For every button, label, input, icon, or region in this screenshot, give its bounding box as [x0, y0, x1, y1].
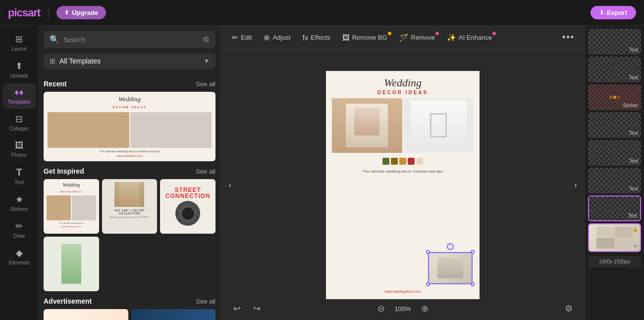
layer-text-3[interactable]: Text: [588, 112, 641, 138]
canvas-nav-right[interactable]: ›: [569, 175, 583, 195]
logo: picsart: [8, 6, 40, 19]
edit-icon: ✏: [232, 33, 238, 42]
redo-button[interactable]: ↪: [249, 301, 265, 317]
advertisement-see-all[interactable]: See all: [196, 298, 215, 305]
search-box[interactable]: 🔍 ⚙: [44, 31, 215, 48]
recent-title: Recent: [44, 80, 67, 88]
recent-grid: WeddingDECOR IDEAS The ultimate wedding …: [44, 92, 215, 161]
adjust-icon: ⊕: [264, 33, 270, 42]
layer-label-active: Text: [628, 213, 637, 218]
list-item[interactable]: STREETCONNECTION: [160, 179, 215, 234]
layer-label-5: Text: [629, 186, 638, 192]
handle-br[interactable]: [471, 282, 475, 286]
advertisement-section-header: Advertisement See all: [44, 297, 215, 305]
photos-label: Photos: [11, 152, 27, 158]
filter-icon[interactable]: ⚙: [203, 35, 210, 44]
rotate-handle[interactable]: ↻: [447, 243, 454, 250]
list-item[interactable]: JOY LEE × VELVET COLLECTION Available ex…: [102, 179, 158, 234]
list-item[interactable]: SKI TRAVEL COURCHEVEL: [131, 309, 216, 320]
layer-text-5[interactable]: Text: [588, 168, 641, 193]
edit-label: Edit: [241, 34, 252, 41]
search-container: 🔍 ⚙: [39, 26, 220, 53]
more-options-button[interactable]: •••: [558, 30, 579, 45]
sidebar-item-templates[interactable]: ♦♦ Templates: [2, 83, 36, 109]
upgrade-button[interactable]: Upgrade: [56, 6, 106, 19]
remove-bg-tool[interactable]: 🖼 Remove BG: [337, 31, 392, 44]
layer-label-4: Text: [629, 158, 638, 164]
zoom-level: 100%: [393, 305, 413, 313]
handle-tl[interactable]: [426, 250, 430, 254]
layer-sticker[interactable]: Sticker: [588, 84, 641, 110]
icon-nav: ⊞ Layout ⬆ Uploads ♦♦ Templates ⊟ Collag…: [0, 26, 39, 320]
ai-enhance-tool[interactable]: ✨ AI Enhance: [442, 31, 497, 45]
wedding-description: The ultimate wedding decor checklist and…: [363, 169, 442, 174]
effects-tool[interactable]: fx Effects: [298, 31, 335, 44]
list-item[interactable]: [44, 237, 99, 291]
remove-tool[interactable]: 🪄 Remove: [394, 31, 440, 45]
layer-label-sticker: Sticker: [623, 103, 638, 108]
layer-text-4[interactable]: Text: [588, 140, 641, 166]
wedding-subtitle: DECOR IDEAS: [377, 90, 428, 95]
sidebar-item-draw[interactable]: ✏ Draw: [2, 217, 36, 243]
photos-icon: 🖼: [15, 140, 24, 151]
sidebar-item-elements[interactable]: ◆ Elements: [2, 244, 36, 269]
canvas-section: ✏ Edit ⊕ Adjust fx Effects 🖼 Remove BG: [221, 26, 585, 320]
remove-label: Remove: [411, 34, 435, 41]
canvas-nav-left[interactable]: ‹: [223, 175, 237, 195]
remove-bg-icon: 🖼: [342, 33, 350, 42]
elements-label: Elements: [9, 260, 30, 265]
zoom-out-button[interactable]: ⊖: [373, 301, 389, 317]
dropdown-label: All Templates: [59, 57, 200, 65]
settings-button[interactable]: ⚙: [561, 301, 577, 317]
ai-enhance-badge: [492, 32, 496, 35]
elements-icon: ◆: [16, 248, 23, 258]
sidebar-item-collages[interactable]: ⊟ Collages: [2, 110, 36, 135]
recent-section-header: Recent See all: [44, 80, 215, 88]
sidebar-panel: 🔍 ⚙ ⊞ All Templates ▼ Recent See all Wed…: [39, 26, 221, 320]
export-button[interactable]: Export: [590, 6, 636, 19]
layer-collage[interactable]: Collage 🔒 👁: [588, 223, 641, 252]
list-item[interactable]: WeddingDECOR IDEAS The ultimate wedding …: [44, 92, 215, 161]
layer-text-active[interactable]: Text: [588, 195, 641, 221]
layer-text-2[interactable]: Text: [588, 57, 641, 82]
layer-label-2: Text: [629, 75, 638, 80]
layout-icon: ⊞: [15, 34, 23, 45]
sidebar-item-text[interactable]: T Text: [2, 163, 36, 189]
lock-icon: 🔒: [632, 226, 638, 232]
toolbar: ✏ Edit ⊕ Adjust fx Effects 🖼 Remove BG: [221, 26, 585, 50]
wedding-url: www.weddingdeco.com: [384, 288, 421, 293]
handle-bl[interactable]: [426, 282, 430, 286]
list-item[interactable]: WeddingDECOR IDEAS The ultimate wedding …: [44, 179, 99, 234]
sidebar-content: Recent See all WeddingDECOR IDEAS The ul…: [39, 74, 220, 320]
adjust-tool[interactable]: ⊕ Adjust: [259, 31, 295, 45]
sidebar-item-layout[interactable]: ⊞ Layout: [2, 30, 36, 56]
selected-collage[interactable]: ↻: [428, 252, 473, 284]
remove-wrap: 🪄 Remove: [394, 31, 440, 45]
sidebar-item-photos[interactable]: 🖼 Photos: [2, 136, 36, 162]
canvas-wrapper: Wedding DECOR IDEAS: [326, 71, 480, 299]
handle-tr[interactable]: [471, 250, 475, 254]
layer-text-1[interactable]: Text: [588, 29, 641, 55]
wedding-title: Wedding: [384, 77, 422, 89]
effects-label: Effects: [311, 34, 330, 41]
bottom-bar: ↩ ↪ ⊖ 100% ⊕ ⚙: [221, 297, 585, 320]
recent-see-all[interactable]: See all: [196, 80, 215, 88]
undo-button[interactable]: ↩: [229, 301, 245, 317]
advertisement-title: Advertisement: [44, 297, 92, 305]
zoom-in-button[interactable]: ⊕: [417, 301, 432, 317]
wedding-card: Wedding DECOR IDEAS: [326, 71, 480, 299]
collages-label: Collages: [9, 126, 29, 131]
list-item[interactable]: It's...: [44, 309, 128, 320]
draw-icon: ✏: [15, 221, 23, 232]
swatch-5: [416, 158, 423, 165]
inspired-title: Get Inspired: [44, 167, 84, 175]
sidebar-item-uploads[interactable]: ⬆ Uploads: [2, 57, 36, 82]
layer-label-1: Text: [629, 47, 638, 53]
swatch-4: [408, 158, 415, 165]
template-dropdown[interactable]: ⊞ All Templates ▼: [44, 53, 215, 69]
edit-tool[interactable]: ✏ Edit: [227, 31, 257, 45]
sidebar-item-stickers[interactable]: ★ Stickers: [2, 190, 36, 216]
search-icon: 🔍: [50, 35, 59, 44]
inspired-see-all[interactable]: See all: [196, 168, 215, 175]
search-input[interactable]: [63, 36, 199, 44]
